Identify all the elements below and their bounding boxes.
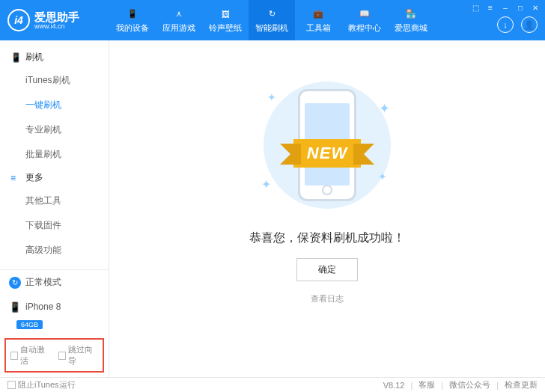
sparkle-icon: ✦ [378, 171, 387, 183]
store-icon: 🏪 [404, 7, 418, 21]
phone-icon: 📱 [9, 301, 21, 313]
top-nav: 📱我的设备 ⋏应用游戏 🖼铃声壁纸 ↻智能刷机 💼工具箱 📖教程中心 🏪爱思商城 [109, 0, 434, 40]
minimize-icon[interactable]: – [500, 2, 511, 13]
apps-icon: ⋏ [172, 7, 186, 21]
wechat-link[interactable]: 微信公众号 [449, 379, 490, 391]
nav-smart-flash[interactable]: ↻智能刷机 [249, 0, 295, 40]
download-icon[interactable]: ↓ [497, 16, 514, 33]
nav-store[interactable]: 🏪爱思商城 [388, 0, 434, 40]
device-icon: 📱 [126, 7, 139, 21]
sidebar-item-oneclick-flash[interactable]: 一键刷机 [0, 93, 109, 117]
app-header: i4 爱思助手 www.i4.cn 📱我的设备 ⋏应用游戏 🖼铃声壁纸 ↻智能刷… [0, 0, 545, 40]
new-ribbon: NEW [293, 139, 361, 168]
nav-my-device[interactable]: 📱我的设备 [109, 0, 156, 40]
menu-icon[interactable]: ≡ [485, 2, 496, 13]
close-icon[interactable]: ✕ [530, 2, 541, 13]
support-link[interactable]: 客服 [418, 379, 435, 391]
pin-icon[interactable]: ⬚ [470, 2, 481, 13]
brand-name: 爱思助手 [34, 11, 79, 22]
status-bar: 阻止iTunes运行 V8.12 | 客服 | 微信公众号 | 检查更新 [0, 377, 545, 392]
block-itunes-checkbox[interactable]: 阻止iTunes运行 [7, 379, 76, 391]
view-log-link[interactable]: 查看日志 [311, 293, 344, 304]
sidebar-item-download-firmware[interactable]: 下载固件 [0, 213, 109, 238]
device-name: iPhone 8 [25, 301, 61, 312]
sidebar-group-more[interactable]: ≡ 更多 [0, 167, 109, 189]
maximize-icon[interactable]: □ [515, 2, 526, 13]
book-icon: 📖 [358, 7, 371, 21]
version-label: V8.12 [383, 381, 405, 390]
success-message: 恭喜您，保资料刷机成功啦！ [249, 230, 405, 246]
success-illustration: ✦ ✦ ✦ ✦ NEW [245, 78, 409, 212]
sidebar-item-pro-flash[interactable]: 专业刷机 [0, 117, 109, 142]
auto-activate-checkbox[interactable]: 自动激活 [10, 344, 51, 367]
window-controls: ⬚ ≡ – □ ✕ [470, 2, 541, 13]
device-mode[interactable]: ↻ 正常模式 [0, 270, 109, 295]
nav-tutorials[interactable]: 📖教程中心 [341, 0, 388, 40]
flash-icon: ↻ [265, 7, 278, 21]
media-icon: 🖼 [219, 7, 232, 21]
sidebar-item-advanced[interactable]: 高级功能 [0, 238, 109, 263]
sidebar-item-itunes-flash[interactable]: iTunes刷机 [0, 68, 109, 93]
storage-badge: 64GB [16, 320, 43, 329]
ok-button[interactable]: 确定 [296, 258, 358, 281]
skip-guide-checkbox[interactable]: 跳过向导 [58, 344, 99, 367]
sidebar-group-flash[interactable]: 📱 刷机 [0, 46, 109, 68]
user-icon[interactable]: 👤 [521, 16, 538, 33]
main-content: ✦ ✦ ✦ ✦ NEW 恭喜您，保资料刷机成功啦！ 确定 查看日志 [109, 40, 545, 377]
sidebar-item-other-tools[interactable]: 其他工具 [0, 189, 109, 213]
logo[interactable]: i4 爱思助手 www.i4.cn [0, 9, 109, 31]
list-icon: ≡ [10, 173, 21, 183]
device-info[interactable]: 📱 iPhone 8 [0, 295, 109, 319]
sparkle-icon: ✦ [267, 91, 276, 103]
header-actions: ↓ 👤 [497, 16, 538, 33]
sidebar: 📱 刷机 iTunes刷机 一键刷机 专业刷机 批量刷机 ≡ 更多 其他工具 下… [0, 40, 109, 377]
sparkle-icon: ✦ [379, 100, 390, 117]
check-update-link[interactable]: 检查更新 [505, 379, 538, 391]
logo-icon: i4 [7, 9, 30, 31]
phone-icon: 📱 [10, 52, 21, 63]
toolbox-icon: 💼 [311, 7, 325, 21]
nav-toolbox[interactable]: 💼工具箱 [295, 0, 341, 40]
brand-url: www.i4.cn [34, 22, 79, 30]
sparkle-icon: ✦ [261, 177, 271, 192]
refresh-icon: ↻ [9, 277, 21, 289]
nav-apps-games[interactable]: ⋏应用游戏 [156, 0, 202, 40]
sidebar-item-batch-flash[interactable]: 批量刷机 [0, 142, 109, 167]
nav-ringtones-wallpapers[interactable]: 🖼铃声壁纸 [202, 0, 249, 40]
activation-options: 自动激活 跳过向导 [4, 338, 104, 373]
